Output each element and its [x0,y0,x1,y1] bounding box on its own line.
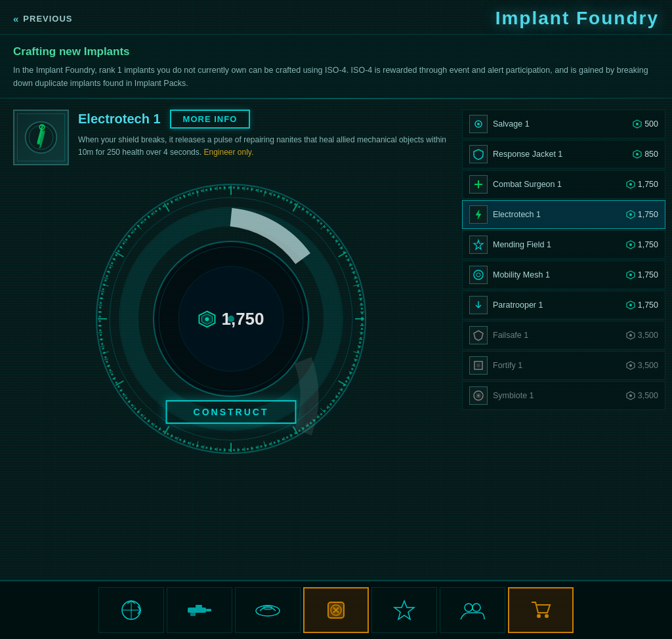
list-item-name: Electrotech 1 [493,210,621,219]
list-item[interactable]: Failsafe 1 3,500 [462,321,665,350]
list-item-cost: 3,500 [626,361,658,370]
svg-line-100 [104,278,108,279]
svg-line-44 [339,381,346,386]
crafting-title: Crafting new Implants [13,45,659,58]
svg-point-144 [629,213,632,216]
list-item-name: Paratrooper 1 [493,300,621,310]
main-container: « PREVIOUS Implant Foundry Crafting new … [0,0,672,580]
implant-name: Electrotech 1 [78,112,161,127]
list-item[interactable]: Mending Field 1 1,750 [462,230,665,259]
list-item-icon [469,145,488,163]
svg-line-60 [258,445,259,449]
list-item-icon [469,266,488,284]
svg-point-136 [477,123,480,125]
nav-item-vehicles[interactable] [235,587,301,633]
nav-item-implants[interactable] [303,587,369,633]
previous-label: PREVIOUS [23,14,72,24]
list-item-icon [469,175,488,194]
achievements-icon [392,598,416,622]
social-icon [459,600,486,621]
crafting-description: In the Implant Foundry, rank 1 implants … [13,64,659,90]
list-item[interactable]: Mobility Mesh 1 1,750 [462,260,665,289]
implant-cost: 1,750 [221,309,264,329]
header: « PREVIOUS Implant Foundry [0,0,672,35]
list-item[interactable]: Response Jacket 1 850 [462,140,665,169]
left-panel: Electrotech 1 More Info When your shield… [7,110,455,573]
svg-line-70 [190,442,191,445]
iso-icon [198,310,216,328]
svg-point-1 [29,125,53,150]
svg-line-66 [217,447,218,451]
list-item[interactable]: Paratrooper 1 1,750 [462,291,665,320]
svg-line-68 [203,445,204,449]
list-item-cost: 1,750 [626,180,658,189]
svg-line-8 [258,188,259,192]
list-item-cost: 500 [633,119,658,129]
svg-point-2 [39,124,45,131]
svg-point-148 [476,273,480,277]
list-item-name: Response Jacket 1 [493,150,627,159]
implants-icon [324,598,348,622]
implant-desc-text: When your shield breaks, it releases a p… [78,135,446,157]
svg-rect-156 [476,363,480,367]
list-item-name: Mending Field 1 [493,240,621,249]
list-item[interactable]: Symbiote 1 3,500 [462,381,665,410]
nav-item-achievements[interactable] [371,587,437,633]
circle-display: // This won't run inside SVG, will use t… [93,181,369,457]
list-item-name: Fortify 1 [493,361,621,370]
more-info-button[interactable]: More Info [170,110,251,129]
svg-rect-168 [206,609,211,611]
bottom-nav [0,580,672,639]
svg-line-6 [245,186,245,190]
svg-line-86 [110,371,113,373]
weapons-icon [185,601,214,619]
list-item-icon [469,205,488,224]
svg-line-74 [165,426,169,434]
svg-point-140 [636,153,639,155]
map-icon [118,597,144,623]
engineer-restriction: Engineer only. [203,148,253,157]
implant-description: When your shield breaks, it releases a p… [78,134,449,159]
svg-rect-167 [188,608,206,613]
nav-item-map[interactable] [98,587,164,633]
list-item-name: Salvage 1 [493,119,627,129]
list-item-cost: 3,500 [626,391,658,400]
list-item-cost: 1,750 [626,210,658,219]
list-item-name: Symbiote 1 [493,391,621,400]
svg-line-96 [98,305,102,306]
construct-button[interactable]: CONSTRUCT [166,400,297,424]
vehicles-icon [253,600,282,620]
nav-item-weapons[interactable] [167,587,232,633]
previous-button[interactable]: « PREVIOUS [13,13,73,24]
list-item[interactable]: Fortify 1 3,500 [462,351,665,380]
list-item[interactable]: Electrotech 1 1,750 [462,200,665,229]
implant-info: Electrotech 1 More Info When your shield… [78,110,449,159]
nav-item-store[interactable] [508,587,574,633]
implant-header: Electrotech 1 More Info When your shield… [7,110,455,175]
list-item[interactable]: Combat Surgeon 1 1,750 [462,170,665,199]
list-item-cost: 1,750 [626,300,658,310]
list-item-icon [469,236,488,254]
svg-line-24 [339,253,346,257]
svg-marker-175 [394,601,414,619]
svg-line-102 [110,264,113,266]
list-item-name: Combat Surgeon 1 [493,180,621,189]
svg-rect-169 [196,605,202,608]
svg-line-98 [100,291,104,292]
implant-name-row: Electrotech 1 More Info [78,110,449,129]
electrotech-icon [23,119,59,155]
svg-point-150 [629,274,632,276]
svg-point-147 [474,270,483,279]
svg-line-114 [165,203,169,211]
list-item-icon [469,296,488,314]
page-title: Implant Foundry [495,8,659,29]
svg-rect-172 [264,606,272,609]
svg-point-134 [205,317,209,321]
nav-item-social[interactable] [440,587,505,633]
list-item-name: Mobility Mesh 1 [493,270,621,279]
content-area: Electrotech 1 More Info When your shield… [0,99,672,580]
svg-line-58 [271,442,272,445]
chevrons-icon: « [13,13,19,24]
list-item[interactable]: Salvage 1 500 [462,110,665,138]
svg-point-178 [537,614,541,618]
